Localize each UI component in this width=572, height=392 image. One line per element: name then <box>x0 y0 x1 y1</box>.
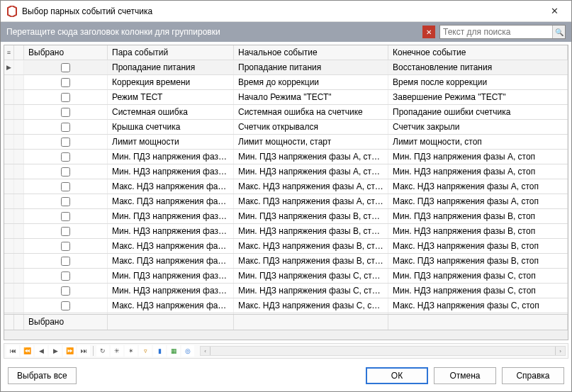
table-row[interactable]: Мин. НДЗ напряжения фазы BМин. НДЗ напря… <box>4 224 568 239</box>
close-button[interactable]: ✕ <box>540 1 568 21</box>
column-header-start[interactable]: Начальное событие <box>234 45 388 60</box>
clear-search-button[interactable]: ✕ <box>422 26 435 38</box>
cancel-button[interactable]: Отмена <box>434 367 496 384</box>
nav-last-icon[interactable]: ⏭ <box>77 345 90 357</box>
row-selected-checkbox[interactable] <box>61 271 70 281</box>
row-selected-checkbox[interactable] <box>61 93 70 102</box>
row-expand-cell <box>14 90 24 104</box>
table-row[interactable]: Коррекция времениВремя до коррекцииВремя… <box>4 75 568 90</box>
row-selected-checkbox[interactable] <box>61 242 70 251</box>
row-selected-cell <box>24 284 108 298</box>
nav-columns-icon[interactable]: ▦ <box>167 345 180 357</box>
row-start-cell: Счетчик открывался <box>234 120 388 134</box>
row-selected-cell <box>24 179 108 194</box>
row-selected-checkbox[interactable] <box>61 152 70 162</box>
row-start-cell: Мин. ПДЗ напряжения фазы A, старт <box>234 150 388 164</box>
row-indicator-icon <box>4 90 14 104</box>
row-selected-cell <box>24 269 108 283</box>
row-selected-cell <box>24 298 108 313</box>
row-indicator-icon <box>4 150 14 164</box>
row-selected-checkbox[interactable] <box>61 197 70 206</box>
nav-first-icon[interactable]: ⏮ <box>6 345 19 357</box>
table-row[interactable]: Крышка счетчикаСчетчик открывалсяСчетчик… <box>4 120 568 135</box>
column-header-end[interactable]: Конечное событие <box>388 45 568 60</box>
table-row[interactable]: Макс. ПДЗ напряжения фазы AМакс. ПДЗ нап… <box>4 194 568 209</box>
nav-add-icon[interactable]: ✳ <box>111 345 123 357</box>
table-row[interactable]: Режим ТЕСТНачало Режима "ТЕСТ"Завершение… <box>4 90 568 105</box>
row-start-cell: Начало Режима "ТЕСТ" <box>234 90 388 104</box>
row-indicator-icon <box>4 75 14 89</box>
row-pair-cell: Лимит мощности <box>108 135 234 149</box>
row-selected-checkbox[interactable] <box>61 286 70 296</box>
row-pair-cell: Пропадание питания <box>108 60 234 74</box>
window-title: Выбор парных событий счетчика <box>22 6 540 16</box>
row-indicator-icon <box>4 179 14 194</box>
row-selected-checkbox[interactable] <box>61 212 70 221</box>
row-selected-checkbox[interactable] <box>61 182 70 191</box>
row-selected-checkbox[interactable] <box>61 108 70 117</box>
table-row[interactable]: Мин. ПДЗ напряжения фазы CМин. ПДЗ напря… <box>4 269 568 284</box>
row-indicator-icon <box>4 209 14 223</box>
select-all-button[interactable]: Выбрать все <box>8 367 77 384</box>
row-selected-checkbox[interactable] <box>61 167 70 177</box>
row-selected-checkbox[interactable] <box>61 123 70 132</box>
row-end-cell: Восстановление питания <box>388 60 568 74</box>
row-end-cell: Макс. НДЗ напряжения фазы B, стоп <box>388 239 568 253</box>
row-selected-checkbox[interactable] <box>61 257 70 266</box>
search-icon[interactable]: 🔍 <box>552 26 565 38</box>
table-row[interactable]: ▶Пропадание питанияПропадание питанияВос… <box>4 60 568 75</box>
nav-filter-icon[interactable]: ▿ <box>139 345 152 357</box>
row-selected-cell <box>24 135 108 149</box>
row-selected-cell <box>24 164 108 179</box>
column-header-pair[interactable]: Пара событий <box>108 45 234 60</box>
row-pair-cell: Мин. НДЗ напряжения фазы C <box>108 284 234 298</box>
row-indicator-icon <box>4 105 14 119</box>
help-button[interactable]: Справка <box>502 367 564 384</box>
ok-button[interactable]: ОК <box>366 367 428 384</box>
row-indicator-header-icon[interactable]: ≡ <box>4 45 14 60</box>
grid-header: ≡ Выбрано Пара событий Начальное событие… <box>4 45 568 60</box>
nav-refresh-icon[interactable]: ↻ <box>96 345 109 357</box>
row-expand-cell <box>14 269 24 283</box>
row-selected-cell <box>24 209 108 223</box>
horizontal-scrollbar[interactable] <box>4 330 568 340</box>
table-row[interactable]: Мин. ПДЗ напряжения фазы AМин. ПДЗ напря… <box>4 150 568 164</box>
row-selected-checkbox[interactable] <box>61 227 70 236</box>
row-pair-cell: Макс. ПДЗ напряжения фазы A <box>108 194 234 208</box>
row-selected-checkbox[interactable] <box>61 301 70 310</box>
table-row[interactable]: Мин. ПДЗ напряжения фазы BМин. ПДЗ напря… <box>4 209 568 224</box>
nav-export-icon[interactable]: ◎ <box>181 345 194 357</box>
table-row[interactable]: Макс. НДЗ напряжения фазы CМакс. НДЗ нап… <box>4 298 568 313</box>
row-selected-checkbox[interactable] <box>61 138 70 147</box>
nav-next-page-icon[interactable]: ⏩ <box>63 345 76 357</box>
table-row[interactable]: Макс. ПДЗ напряжения фазы BМакс. ПДЗ нап… <box>4 254 568 269</box>
search-input[interactable] <box>440 27 552 37</box>
navigator-scroll-left-icon[interactable]: ‹ <box>201 347 211 355</box>
table-row[interactable]: Лимит мощностиЛимит мощности, стартЛимит… <box>4 135 568 150</box>
column-header-selected[interactable]: Выбрано <box>24 45 108 60</box>
table-row[interactable]: Мин. НДЗ напряжения фазы CМин. НДЗ напря… <box>4 284 568 298</box>
grouping-bar[interactable]: Перетащите сюда заголовок колонки для гр… <box>1 22 571 42</box>
nav-bookmark-icon[interactable]: ▮ <box>153 345 166 357</box>
row-pair-cell: Системная ошибка <box>108 105 234 119</box>
nav-remove-icon[interactable]: ✶ <box>125 345 138 357</box>
row-selected-checkbox[interactable] <box>61 63 70 72</box>
row-expand-cell <box>14 179 24 194</box>
row-start-cell: Мин. НДЗ напряжения фазы A, старт <box>234 164 388 179</box>
nav-next-icon[interactable]: ▶ <box>49 345 62 357</box>
search-box: 🔍 <box>439 25 566 39</box>
nav-prev-icon[interactable]: ◀ <box>35 345 47 357</box>
navigator-scroll-track[interactable]: ‹ › <box>200 346 566 356</box>
table-row[interactable]: Макс. НДЗ напряжения фазы BМакс. НДЗ нап… <box>4 239 568 254</box>
row-end-cell: Счетчик закрыли <box>388 120 568 134</box>
table-row[interactable]: Макс. НДЗ напряжения фазы AМакс. НДЗ нап… <box>4 179 568 194</box>
nav-prev-page-icon[interactable]: ⏪ <box>21 345 33 357</box>
row-pair-cell: Мин. ПДЗ напряжения фазы C <box>108 269 234 283</box>
table-row[interactable]: Системная ошибкаСистемная ошибка на счет… <box>4 105 568 120</box>
row-selected-checkbox[interactable] <box>61 78 70 87</box>
navigator-scroll-right-icon[interactable]: › <box>555 347 565 355</box>
row-selected-cell <box>24 60 108 74</box>
table-row[interactable]: Мин. НДЗ напряжения фазы AМин. НДЗ напря… <box>4 164 568 179</box>
row-expand-cell <box>14 298 24 313</box>
row-start-cell: Макс. ПДЗ напряжения фазы B, старт <box>234 254 388 268</box>
